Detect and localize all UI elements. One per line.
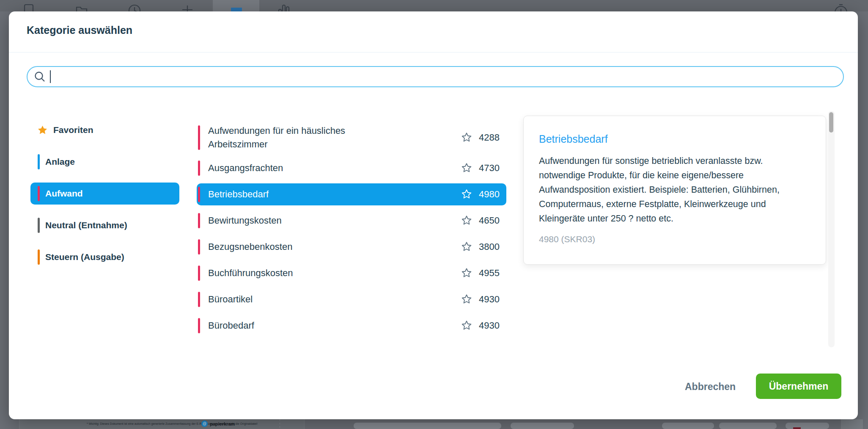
category-color-bar — [38, 249, 40, 265]
text-caret — [50, 70, 51, 83]
row-meta: 3800 — [461, 241, 500, 252]
active-tab-dash-icon — [231, 8, 242, 11]
row-meta: 4650 — [461, 215, 500, 226]
category-label: Ausgangsfrachten — [208, 161, 461, 175]
favorite-star-icon[interactable] — [461, 189, 472, 200]
scrollbar-thumb[interactable] — [829, 112, 833, 133]
category-row-aufwendungen-für-ein-häusliches-arbeitszimmer[interactable]: Aufwendungen für ein häusliches Arbeitsz… — [197, 122, 506, 153]
category-color-bar — [198, 266, 200, 281]
sidebar-item-anlage[interactable]: Anlage — [30, 151, 179, 173]
favorite-star-icon[interactable] — [461, 294, 472, 305]
category-row-buchführungskosten[interactable]: Buchführungskosten 4955 — [197, 262, 506, 284]
search-icon — [33, 70, 46, 83]
account-code: 4930 — [478, 320, 500, 331]
row-meta: 4730 — [461, 163, 500, 174]
sidebar-item-label: Steuern (Ausgabe) — [45, 252, 124, 262]
category-color-bar — [38, 218, 40, 233]
document-field — [786, 423, 829, 429]
document-red-mark — [793, 427, 801, 429]
category-color-bar — [198, 239, 200, 255]
category-label: Bürobedarf — [208, 319, 461, 332]
detail-description: Aufwendungen für sonstige betrieblich ve… — [539, 154, 810, 226]
sidebar-item-neutral-entnahme[interactable]: Neutral (Entnahme) — [30, 214, 179, 236]
stopwatch-icon — [832, 3, 850, 11]
document-right-column — [841, 419, 863, 429]
folder-icon — [74, 3, 89, 11]
detail-title: Betriebsbedarf — [539, 133, 810, 145]
category-color-bar — [38, 154, 40, 169]
sidebar-item-favoriten[interactable]: Favoriten — [30, 119, 179, 141]
category-label: Aufwendungen für ein häusliches Arbeitsz… — [208, 124, 390, 151]
background-document: * Wichtig: Dieses Dokument ist eine auto… — [0, 419, 868, 429]
category-color-bar — [198, 187, 200, 202]
document-icon — [22, 3, 36, 11]
category-detail-card: Betriebsbedarf Aufwendungen für sonstige… — [523, 116, 826, 265]
cancel-button[interactable]: Abbrechen — [681, 374, 740, 399]
star-icon — [37, 125, 48, 136]
confirm-button[interactable]: Übernehmen — [756, 374, 841, 399]
header-divider — [9, 52, 858, 53]
account-code: 4930 — [478, 294, 500, 305]
category-label: Betriebsbedarf — [208, 188, 461, 201]
document-divider — [280, 419, 280, 429]
row-meta: 4930 — [461, 320, 500, 331]
category-row-bürobedarf[interactable]: Bürobedarf 4930 — [197, 315, 506, 337]
account-code: 4730 — [478, 163, 500, 174]
category-row-bezugsnebenkosten[interactable]: Bezugsnebenkosten 3800 — [197, 236, 506, 258]
category-label: Buchführungskosten — [208, 266, 461, 280]
sidebar-item-label: Neutral (Entnahme) — [45, 220, 127, 230]
account-code: 3800 — [478, 241, 500, 252]
row-meta: 4955 — [461, 268, 500, 279]
sidebar-item-label: Favoriten — [53, 125, 93, 135]
category-color-bar — [198, 125, 200, 150]
category-label: Bewirtungskosten — [208, 214, 461, 227]
category-color-bar — [198, 213, 200, 228]
plus-icon — [180, 3, 195, 11]
account-code: 4650 — [478, 215, 500, 226]
sidebar-item-label: Aufwand — [45, 188, 83, 199]
favorite-star-icon[interactable] — [461, 132, 472, 143]
document-field — [354, 423, 501, 429]
document-field — [511, 423, 574, 429]
favorite-star-icon[interactable] — [461, 241, 472, 252]
papierkram-logo: @ papierkram — [201, 421, 235, 427]
sidebar-item-steuern-ausgabe[interactable]: Steuern (Ausgabe) — [30, 246, 179, 268]
category-color-bar — [198, 292, 200, 307]
row-meta: 4980 — [461, 189, 500, 200]
category-row-bewirtungskosten[interactable]: Bewirtungskosten 4650 — [197, 210, 506, 232]
category-list: Aufwendungen für ein häusliches Arbeitsz… — [197, 122, 506, 341]
category-color-bar — [38, 186, 40, 201]
document-field — [662, 423, 714, 429]
favorite-star-icon[interactable] — [461, 215, 472, 226]
category-label: Büroartikel — [208, 293, 461, 306]
category-row-büroartikel[interactable]: Büroartikel 4930 — [197, 288, 506, 310]
papierkram-logo-text: papierkram — [210, 421, 235, 426]
clock-icon — [127, 3, 142, 11]
category-row-betriebsbedarf[interactable]: Betriebsbedarf 4980 — [197, 183, 506, 205]
category-group-sidebar: Favoriten Anlage Aufwand Neutral (Entnah… — [30, 119, 179, 278]
category-select-dialog: Kategorie auswählen Favoriten Anlage Auf… — [9, 11, 858, 419]
favorite-star-icon[interactable] — [461, 268, 472, 279]
favorite-star-icon[interactable] — [461, 320, 472, 331]
detail-account-code: 4980 (SKR03) — [539, 234, 810, 244]
sidebar-item-label: Anlage — [45, 157, 75, 167]
papierkram-logo-icon: @ — [201, 421, 208, 427]
category-label: Bezugsnebenkosten — [208, 240, 461, 254]
category-color-bar — [198, 161, 200, 176]
background-toolbar — [0, 0, 868, 11]
row-meta: 4930 — [461, 294, 500, 305]
search-input[interactable] — [52, 71, 837, 83]
row-meta: 4288 — [461, 132, 500, 143]
list-scrollbar[interactable] — [828, 111, 835, 347]
category-row-ausgangsfrachten[interactable]: Ausgangsfrachten 4730 — [197, 157, 506, 179]
favorite-star-icon[interactable] — [461, 163, 472, 174]
bar-chart-icon — [275, 3, 292, 11]
dialog-title: Kategorie auswählen — [27, 24, 132, 36]
search-box[interactable] — [27, 66, 844, 87]
document-field — [719, 423, 777, 429]
category-color-bar — [198, 318, 200, 333]
sidebar-item-aufwand[interactable]: Aufwand — [30, 183, 179, 205]
account-code: 4955 — [478, 268, 500, 279]
account-code: 4288 — [478, 132, 500, 143]
account-code: 4980 — [478, 189, 500, 200]
